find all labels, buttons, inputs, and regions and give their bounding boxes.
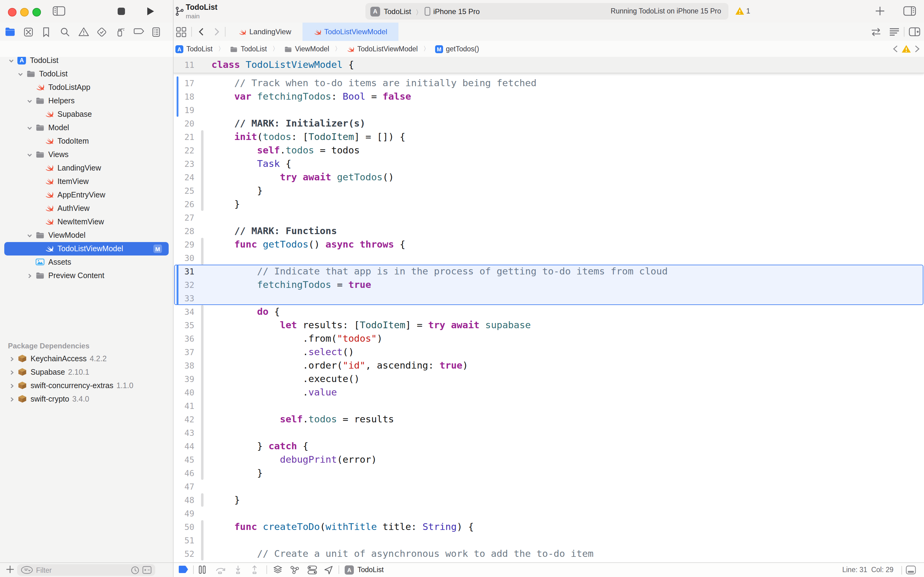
issues-icon[interactable] — [78, 27, 89, 37]
breadcrumb-item-todolist[interactable]: TodoList — [187, 45, 212, 53]
close-window-button[interactable] — [8, 8, 16, 16]
editor-only-mode-icon[interactable] — [906, 566, 916, 575]
sidebar-item-helpers[interactable]: Helpers — [0, 94, 173, 108]
sidebar-item-todoitem[interactable]: TodoItem — [0, 134, 173, 148]
package-item-swift-crypto[interactable]: swift-crypto3.4.0 — [0, 392, 173, 406]
view-hierarchy-icon[interactable] — [272, 566, 283, 575]
disclosure-closed-icon[interactable] — [9, 370, 14, 375]
line-number[interactable]: 43 — [174, 426, 194, 440]
code-line-46[interactable]: 46 } — [174, 466, 924, 480]
add-button[interactable] — [874, 5, 885, 16]
breadcrumb-item-todolistviewmodel[interactable]: TodoListViewModel — [357, 45, 418, 53]
scm-status-filter-icon[interactable] — [142, 566, 151, 574]
line-number[interactable]: 50 — [174, 520, 194, 533]
code-line-27[interactable]: 27 — [174, 211, 924, 224]
find-icon[interactable] — [60, 27, 70, 37]
breadcrumb[interactable]: ATodoList〉TodoList〉ViewModel〉TodoListVie… — [175, 41, 479, 57]
code-line-40[interactable]: 40 .value — [174, 386, 924, 399]
recent-files-clock-icon[interactable] — [131, 566, 139, 574]
line-number[interactable]: 30 — [174, 251, 194, 265]
code-line-22[interactable]: 22 self.todos = todos — [174, 143, 924, 157]
sidebar-item-views[interactable]: Views — [0, 148, 173, 161]
code-line-49[interactable]: 49 — [174, 507, 924, 520]
line-number[interactable]: 47 — [174, 480, 194, 493]
disclosure-closed-icon[interactable] — [9, 397, 14, 402]
stop-button[interactable] — [118, 7, 125, 15]
code-line-35[interactable]: 35 let results: [TodoItem] = try await s… — [174, 318, 924, 332]
breadcrumb-item-todolist[interactable]: TodoList — [241, 45, 267, 53]
line-number[interactable]: 21 — [174, 130, 194, 143]
tab-todolistviewmodel[interactable]: TodoListViewModel — [302, 23, 398, 41]
sidebar-item-landingview[interactable]: LandingView — [0, 161, 173, 175]
breakpoints-icon[interactable] — [133, 27, 144, 35]
line-number[interactable]: 22 — [174, 143, 194, 157]
line-number[interactable]: 25 — [174, 184, 194, 197]
disclosure-open-icon[interactable] — [27, 98, 32, 104]
source-control-icon[interactable] — [23, 27, 34, 37]
breadcrumb-item-gettodos[interactable]: getTodos() — [446, 45, 479, 53]
code-line-38[interactable]: 38 .order("id", ascending: true) — [174, 359, 924, 372]
editor-grid-icon[interactable] — [176, 27, 187, 37]
step-over-icon[interactable] — [215, 566, 227, 574]
sidebar-item-viewmodel[interactable]: ViewModel — [0, 229, 173, 242]
line-number[interactable]: 26 — [174, 197, 194, 211]
code-line-29[interactable]: 29 func getTodos() async throws { — [174, 238, 924, 251]
filter-field[interactable]: Filter — [17, 564, 155, 576]
add-editor-icon[interactable] — [909, 27, 920, 37]
code-line-47[interactable]: 47 — [174, 480, 924, 493]
environment-overrides-icon[interactable] — [307, 566, 317, 575]
disclosure-open-icon[interactable] — [18, 71, 23, 77]
go-back-icon[interactable] — [197, 27, 206, 37]
sidebar-item-todolist[interactable]: TodoList — [0, 67, 173, 81]
code-line-30[interactable]: 30 — [174, 251, 924, 265]
project-navigator-icon[interactable] — [5, 27, 16, 37]
line-number[interactable]: 48 — [174, 493, 194, 507]
running-app-label[interactable]: TodoList — [357, 566, 384, 573]
code-line-39[interactable]: 39 .execute() — [174, 372, 924, 386]
scheme-project-name[interactable]: TodoList — [384, 7, 411, 16]
package-item-swift-concurrency-extras[interactable]: swift-concurrency-extras1.1.0 — [0, 379, 173, 392]
add-file-button[interactable] — [5, 565, 14, 574]
next-issue-icon[interactable] — [914, 45, 921, 53]
disclosure-open-icon[interactable] — [27, 125, 32, 131]
line-number[interactable]: 27 — [174, 211, 194, 224]
package-item-supabase[interactable]: Supabase2.10.1 — [0, 366, 173, 379]
sidebar-item-todolistviewmodel[interactable]: TodoListViewModelM — [0, 242, 173, 256]
reports-icon[interactable] — [151, 27, 161, 37]
zoom-window-button[interactable] — [32, 8, 41, 16]
line-number[interactable]: 52 — [174, 547, 194, 561]
code-line-26[interactable]: 26 } — [174, 197, 924, 211]
go-forward-icon[interactable] — [211, 27, 221, 37]
line-number[interactable]: 28 — [174, 224, 194, 238]
run-button[interactable] — [146, 7, 155, 16]
sidebar-item-supabase[interactable]: Supabase — [0, 108, 173, 121]
line-number[interactable]: 23 — [174, 157, 194, 171]
sidebar-item-authview[interactable]: AuthView — [0, 202, 173, 215]
line-number[interactable]: 41 — [174, 399, 194, 413]
sidebar-item-model[interactable]: Model — [0, 121, 173, 134]
tab-landingview[interactable]: LandingView — [227, 23, 302, 41]
toggle-right-sidebar-icon[interactable] — [903, 6, 916, 16]
line-number[interactable]: 45 — [174, 453, 194, 466]
sidebar-item-appentryview[interactable]: AppEntryView — [0, 188, 173, 202]
code-line-17[interactable]: 17 // Track when to-do items are initial… — [174, 76, 924, 90]
line-number[interactable]: 20 — [174, 117, 194, 130]
bookmarks-icon[interactable] — [42, 27, 51, 37]
breakpoints-toggle-icon[interactable] — [179, 566, 189, 573]
warning-badge-icon[interactable] — [735, 7, 744, 15]
code-line-44[interactable]: 44 } catch { — [174, 440, 924, 453]
editor-options-icon[interactable] — [889, 27, 900, 37]
step-out-icon[interactable] — [251, 566, 259, 574]
code-line-19[interactable]: 19 — [174, 103, 924, 117]
disclosure-open-icon[interactable] — [27, 233, 32, 239]
line-number[interactable]: 39 — [174, 372, 194, 386]
sidebar-item-itemview[interactable]: ItemView — [0, 175, 173, 188]
code-line-50[interactable]: 50 func createToDo(withTitle title: Stri… — [174, 520, 924, 533]
code-line-28[interactable]: 28 // MARK: Functions — [174, 224, 924, 238]
code-line-34[interactable]: 34 do { — [174, 305, 924, 318]
line-number[interactable]: 24 — [174, 171, 194, 184]
code-line-21[interactable]: 21 init(todos: [TodoItem] = []) { — [174, 130, 924, 143]
line-number[interactable]: 46 — [174, 466, 194, 480]
code-line-48[interactable]: 48 } — [174, 493, 924, 507]
code-line-42[interactable]: 42 self.todos = results — [174, 413, 924, 426]
